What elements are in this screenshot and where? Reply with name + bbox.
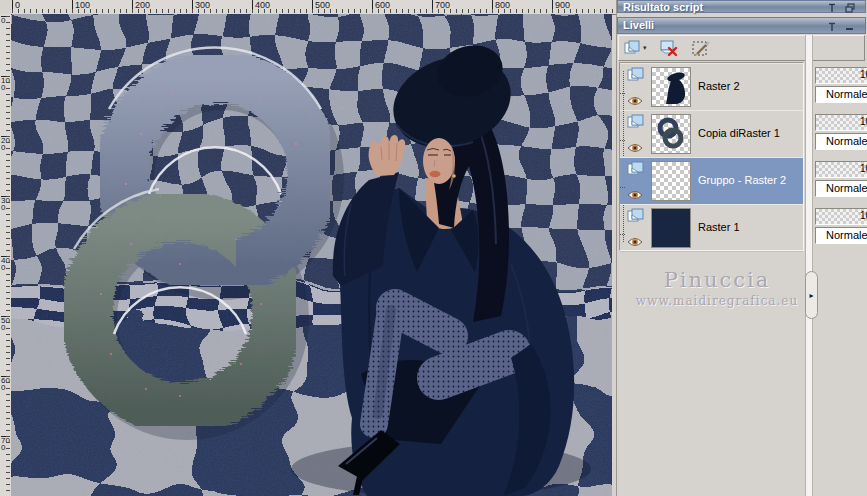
app-window: { "script_panel": { "title": "Risultato …	[0, 0, 867, 496]
watermark: Pinuccia www.maidiregrafica.eu	[627, 268, 807, 308]
vruler-label: 300	[1, 196, 10, 211]
hruler-label: 0	[12, 0, 20, 13]
hruler-label: 200	[132, 0, 150, 13]
layer-row-raster2[interactable]: Raster 2	[620, 63, 803, 111]
panel-splitter[interactable]	[805, 35, 813, 496]
script-result-title: Risultato script	[623, 1, 703, 13]
layer-row-gruppo-raster2[interactable]: Gruppo - Raster 2	[620, 157, 803, 205]
layer-thumbnail[interactable]	[651, 67, 691, 107]
raster-layer-page-icon	[627, 161, 647, 180]
collapse-handle[interactable]: ▸	[805, 271, 818, 319]
hruler-label: 500	[312, 0, 330, 13]
edit-selection-button[interactable]	[690, 38, 714, 58]
vruler-label: 100	[1, 76, 10, 91]
layer-thumbnail[interactable]	[651, 161, 691, 201]
right-dock: Risultato script Livelli ▾	[617, 0, 867, 496]
layer-name[interactable]: Copia diRaster 1	[698, 127, 780, 139]
layer-blend-select[interactable]: Normale	[815, 180, 867, 197]
layer-opacity-slider[interactable]: 100	[815, 114, 867, 131]
layers-toolbar: ▾	[618, 35, 865, 61]
delete-layer-button[interactable]	[658, 38, 681, 58]
layer-blend-select[interactable]: Normale	[815, 86, 867, 103]
vruler-label: 400	[1, 256, 10, 271]
layer-visibility-eye-icon[interactable]	[627, 139, 647, 157]
blend-mode-value: Normale	[826, 182, 867, 194]
layers-panel-title: Livelli	[623, 19, 654, 31]
layer-blend-select[interactable]: Normale	[815, 133, 867, 150]
vruler-label: 0	[1, 16, 10, 25]
canvas-image[interactable]	[11, 14, 612, 496]
hruler-label: 400	[252, 0, 270, 13]
raster-layer-page-icon	[627, 208, 647, 227]
artwork-svg	[11, 14, 612, 496]
layer-visibility-eye-icon[interactable]	[627, 92, 647, 110]
hruler-label: 700	[432, 0, 450, 13]
new-layer-button[interactable]: ▾	[622, 38, 649, 58]
hruler-label: 800	[492, 0, 510, 13]
raster-layer-page-icon	[627, 114, 647, 133]
layer-thumbnail[interactable]	[651, 114, 691, 154]
horizontal-ruler[interactable]: 0 100 200 300 400 500 600 700 800 900	[11, 0, 616, 15]
raster-layer-page-icon	[627, 67, 647, 86]
layer-name[interactable]: Raster 2	[698, 80, 740, 92]
opacity-value: 100	[860, 116, 867, 127]
layer-opacity-slider[interactable]: 100	[815, 208, 867, 225]
watermark-url: www.maidiregrafica.eu	[627, 294, 807, 308]
vruler-label: 600	[1, 376, 10, 391]
layer-opacity-slider[interactable]: 100	[815, 67, 867, 84]
layer-opacity-slider[interactable]: 100	[815, 161, 867, 178]
hruler-label: 100	[72, 0, 90, 13]
layer-blend-select[interactable]: Normale	[815, 227, 867, 244]
blend-mode-value: Normale	[826, 135, 867, 147]
layer-thumbnail[interactable]	[651, 208, 691, 248]
image-workspace: 0 100 200 300 400 500 600 700 800 900 0 …	[0, 0, 617, 496]
vruler-label: 700	[1, 436, 10, 451]
vruler-label: 500	[1, 316, 10, 331]
new-layer-dropdown-arrow[interactable]: ▾	[643, 44, 647, 52]
hruler-label: 900	[552, 0, 570, 13]
script-result-titlebar[interactable]: Risultato script	[617, 0, 866, 13]
blend-mode-value: Normale	[826, 229, 867, 241]
pin-icon[interactable]	[827, 3, 839, 13]
collapse-arrow-icon: ▸	[809, 291, 813, 300]
restore-window-icon[interactable]	[845, 3, 857, 13]
blend-mode-value: Normale	[826, 88, 867, 100]
layer-name[interactable]: Raster 1	[698, 221, 740, 233]
layers-list: Raster 2 Copia diRaster 1	[619, 62, 804, 251]
layer-row-copia-diraster1[interactable]: Copia diRaster 1	[620, 110, 803, 158]
layer-visibility-eye-icon[interactable]	[627, 233, 647, 251]
opacity-value: 100	[860, 69, 867, 80]
pin-icon[interactable]	[827, 22, 839, 32]
opacity-value: 100	[860, 210, 867, 221]
watermark-name: Pinuccia	[627, 268, 807, 292]
opacity-value: 100	[860, 163, 867, 174]
hruler-label: 300	[192, 0, 210, 13]
layer-name[interactable]: Gruppo - Raster 2	[698, 174, 786, 186]
hruler-label: 600	[372, 0, 390, 13]
layer-row-raster1[interactable]: Raster 1	[620, 204, 803, 252]
layers-panel-titlebar[interactable]: Livelli	[617, 17, 866, 34]
minimize-panel-icon[interactable]	[845, 22, 857, 32]
layer-visibility-eye-icon[interactable]	[627, 186, 647, 204]
vruler-label: 200	[1, 136, 10, 151]
